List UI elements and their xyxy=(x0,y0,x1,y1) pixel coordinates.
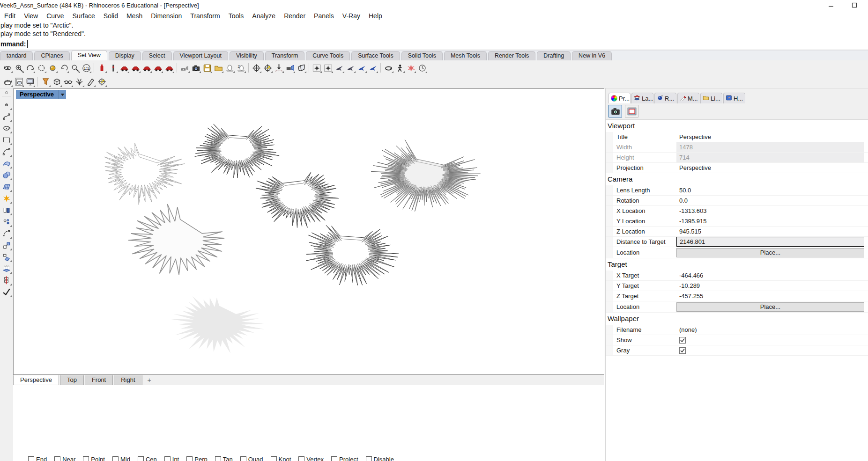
zoom-1to1-icon[interactable]: 1:1 xyxy=(81,62,92,73)
tab-render-tools[interactable]: Render Tools xyxy=(488,51,535,60)
tab-solid-tools[interactable]: Solid Tools xyxy=(401,51,443,60)
circle-dots-icon[interactable] xyxy=(1,216,12,227)
zoom-dynamic-icon[interactable] xyxy=(13,62,24,73)
menu-dimension[interactable]: Dimension xyxy=(147,12,186,20)
osnap-checkbox-disable[interactable] xyxy=(366,456,372,461)
panel-tab-la[interactable]: La... xyxy=(631,93,653,103)
osnap-checkbox-mid[interactable] xyxy=(112,456,119,461)
property-value[interactable]: 0.0 xyxy=(676,196,864,205)
add-viewport-tab-button[interactable]: + xyxy=(143,375,156,385)
osnap-checkbox-project[interactable] xyxy=(331,456,337,461)
menu-panels[interactable]: Panels xyxy=(310,12,338,20)
tab-drafting[interactable]: Drafting xyxy=(537,51,571,60)
property-value[interactable]: 945.515 xyxy=(676,227,864,236)
property-value[interactable]: Perspective xyxy=(676,163,864,173)
command-line[interactable]: mmand: xyxy=(0,38,868,50)
menu-v-ray[interactable]: V-Ray xyxy=(338,12,364,20)
tab-tandard[interactable]: tandard xyxy=(0,51,33,60)
panel-tab-pr[interactable]: Pr... xyxy=(608,93,631,103)
osnap-checkbox-tan[interactable] xyxy=(215,456,221,461)
plane-up-icon[interactable] xyxy=(334,62,345,73)
car-right-icon[interactable] xyxy=(152,62,163,73)
tab-viewport-layout[interactable]: Viewport Layout xyxy=(173,51,228,60)
save-view-icon[interactable] xyxy=(201,62,213,73)
tab-surface-tools[interactable]: Surface Tools xyxy=(351,51,400,60)
menu-curve[interactable]: Curve xyxy=(42,12,68,20)
menu-render[interactable]: Render xyxy=(280,12,310,20)
crosshair-icon[interactable] xyxy=(251,62,262,73)
car-front-icon[interactable] xyxy=(119,62,130,73)
vray-funnel-icon[interactable] xyxy=(40,76,51,88)
export-cube-icon[interactable] xyxy=(51,76,62,88)
turntable-icon[interactable] xyxy=(383,62,394,73)
menu-mesh[interactable]: Mesh xyxy=(122,12,147,20)
menu-tools[interactable]: Tools xyxy=(224,12,248,20)
property-value[interactable]: (none) xyxy=(676,325,864,335)
panel-tab-r[interactable]: R... xyxy=(654,93,676,103)
truck-camera-icon[interactable] xyxy=(179,62,190,73)
osnap-checkbox-cen[interactable] xyxy=(138,456,144,461)
osnap-checkbox-vertex[interactable] xyxy=(298,456,304,461)
pan-view-icon[interactable] xyxy=(2,62,13,73)
menu-edit[interactable]: Edit xyxy=(0,12,20,20)
show-checkbox[interactable] xyxy=(679,337,686,344)
move-copy-icon[interactable] xyxy=(1,240,12,251)
camera-view-button[interactable] xyxy=(608,105,622,117)
property-value[interactable]: -464.466 xyxy=(676,271,864,280)
stereo-glasses-icon[interactable] xyxy=(62,76,74,88)
osnap-checkbox-perp[interactable] xyxy=(186,456,193,461)
property-value[interactable]: Place... xyxy=(676,247,864,258)
place-button[interactable]: Place... xyxy=(676,248,864,257)
car-turn-icon[interactable] xyxy=(163,62,175,73)
grass-tool-icon[interactable] xyxy=(74,76,85,88)
point-icon[interactable] xyxy=(1,99,12,110)
extrude-up-icon[interactable] xyxy=(1,263,12,274)
view-clock-icon[interactable] xyxy=(416,62,428,73)
rotate-circle-icon[interactable] xyxy=(36,62,47,73)
render-preview-icon[interactable] xyxy=(13,76,24,88)
open-viewfile-icon[interactable] xyxy=(213,62,224,73)
aim-target-icon[interactable] xyxy=(96,76,107,88)
menu-surface[interactable]: Surface xyxy=(68,12,99,20)
menu-view[interactable]: View xyxy=(20,12,42,20)
property-value[interactable] xyxy=(676,335,864,345)
osnap-checkbox-end[interactable] xyxy=(28,456,34,461)
signal-pole-icon[interactable] xyxy=(107,62,119,73)
hydrant-icon[interactable] xyxy=(96,62,107,73)
tab-new-in-v6[interactable]: New in V6 xyxy=(572,51,612,60)
plan-prop-1-icon[interactable] xyxy=(311,62,322,73)
set-view-sphere-icon[interactable] xyxy=(47,62,58,73)
property-value[interactable]: -457.255 xyxy=(676,291,864,301)
tab-select[interactable]: Select xyxy=(142,51,172,60)
property-value[interactable]: -1313.603 xyxy=(676,206,864,216)
minimize-button[interactable] xyxy=(828,2,834,8)
plan-prop-2-icon[interactable] xyxy=(322,62,334,73)
arc-icon[interactable] xyxy=(1,146,12,157)
align-red-icon[interactable] xyxy=(1,275,12,286)
mesh-surface-icon[interactable] xyxy=(1,181,12,192)
viewport-title-label[interactable]: Perspective xyxy=(16,90,66,99)
property-value[interactable]: Place... xyxy=(676,301,864,312)
osnap-checkbox-near[interactable] xyxy=(54,456,60,461)
plane-down-icon[interactable] xyxy=(345,62,356,73)
property-value[interactable]: 2146.801 xyxy=(676,237,864,247)
view-cone-icon[interactable] xyxy=(296,62,307,73)
car-left-icon[interactable] xyxy=(141,62,152,73)
spheres-icon[interactable] xyxy=(1,169,12,181)
tab-set-view[interactable]: Set View xyxy=(71,50,107,60)
render-window-icon[interactable] xyxy=(24,76,36,88)
property-value[interactable]: Perspective xyxy=(676,132,864,142)
viewport-tab-right[interactable]: Right xyxy=(114,375,142,385)
surface-patch-icon[interactable] xyxy=(1,158,12,169)
osnap-checkbox-point[interactable] xyxy=(83,456,89,461)
tab-cplanes[interactable]: CPlanes xyxy=(34,51,69,60)
osnap-checkbox-knot[interactable] xyxy=(271,456,277,461)
rotate-sweep-icon[interactable] xyxy=(1,251,12,263)
panel-tab-m[interactable]: M... xyxy=(677,93,699,103)
perspective-viewport[interactable]: Perspective xyxy=(13,88,604,375)
camera-icon[interactable] xyxy=(190,62,201,73)
place-button[interactable]: Place... xyxy=(676,302,864,312)
viewport-rect-button[interactable] xyxy=(625,105,638,117)
check-icon[interactable] xyxy=(1,286,12,298)
osnap-checkbox-quad[interactable] xyxy=(240,456,246,461)
